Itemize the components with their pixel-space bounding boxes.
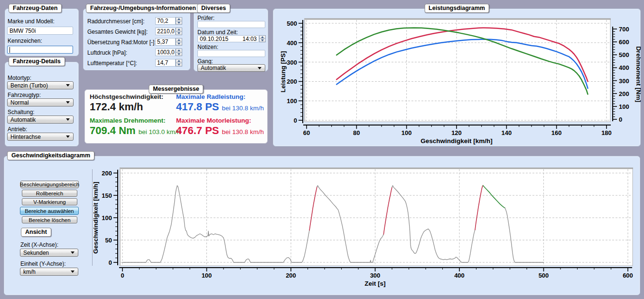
svg-text:400: 400 <box>619 64 629 71</box>
luftdruck-input[interactable]: 1003,0 <box>155 48 176 56</box>
schaltung-label: Schaltung: <box>8 109 35 116</box>
spin-up-icon[interactable] <box>259 35 266 39</box>
marke-label: Marke und Modell: <box>8 18 55 25</box>
result-value: 476.7 PS <box>176 125 219 137</box>
svg-text:0: 0 <box>121 272 124 279</box>
ansicht-caption: Ansicht <box>21 228 51 237</box>
panel-fahrzeug-daten: Fahrzeug-Daten Marke und Modell: BMW 750… <box>5 9 79 56</box>
uebersetzung-input[interactable]: 5,37 <box>155 38 176 46</box>
svg-text:Drehmoment [Nm]: Drehmoment [Nm] <box>635 46 641 102</box>
lufttemperatur-value: 14,7 <box>157 59 168 66</box>
svg-text:600: 600 <box>623 272 633 279</box>
result-value: 709.4 Nm <box>90 125 136 137</box>
motortyp-value: Benzin (Turbo) <box>10 82 48 89</box>
svg-text:180: 180 <box>601 129 612 136</box>
chevron-down-icon <box>66 101 70 104</box>
result-value: 417.8 PS <box>176 101 219 113</box>
svg-text:100: 100 <box>287 97 297 105</box>
raddurchmesser-input[interactable]: 70,2 <box>155 17 176 25</box>
spin-up-icon[interactable] <box>176 38 182 42</box>
luftdruck-label: Luftdruck [hPa]: <box>87 49 127 56</box>
spin-down-icon[interactable] <box>176 32 182 36</box>
svg-text:200: 200 <box>619 90 629 97</box>
svg-text:400: 400 <box>454 272 465 279</box>
panel-caption: Fahrzeug-/Umgebungs-Informationen <box>86 4 200 13</box>
geschwindigkeitsdiagramm-chart[interactable]: 0501001502000100200300400500600Zeit [s]G… <box>4 156 641 296</box>
motortyp-select[interactable]: Benzin (Turbo) <box>7 81 74 89</box>
svg-text:Geschwindigkeit [km/h]: Geschwindigkeit [km/h] <box>420 137 493 145</box>
raddurchmesser-label: Raddurchmesser [cm]: <box>87 18 145 25</box>
lufttemperatur-input[interactable]: 14,7 <box>155 59 176 67</box>
fahrzeugtyp-select[interactable]: Normal <box>7 98 74 106</box>
svg-text:100: 100 <box>619 103 629 110</box>
spin-down-icon[interactable] <box>259 39 266 42</box>
svg-text:200: 200 <box>102 170 112 177</box>
chevron-down-icon <box>66 84 70 87</box>
panel-caption: Fahrzeug-Details <box>9 57 65 66</box>
datum-zeit-input[interactable]: 09.10.2015 14:03 <box>197 35 259 42</box>
spin-down-icon[interactable] <box>176 53 182 57</box>
spin-up-icon[interactable] <box>176 17 182 21</box>
panel-caption: Geschwindigkeitsdiagramm <box>7 151 94 160</box>
bereiche-loeschen-button[interactable]: Bereiche löschen <box>22 216 77 223</box>
text-caret <box>9 47 10 53</box>
svg-text:500: 500 <box>619 51 629 58</box>
svg-text:100: 100 <box>102 214 112 222</box>
result-label: Maximale Radleistung: <box>176 93 264 100</box>
spin-down-icon[interactable] <box>176 42 182 46</box>
fahrzeugtyp-value: Normal <box>10 99 29 106</box>
notizen-input[interactable] <box>197 50 265 57</box>
schaltung-select[interactable]: Automatik <box>7 116 74 124</box>
spin-down-icon[interactable] <box>176 63 182 67</box>
zeit-achse-select[interactable]: Sekunden <box>20 249 78 257</box>
result-radleistung: Maximale Radleistung: 417.8 PS bei 130.8… <box>176 93 264 113</box>
antrieb-select[interactable]: Hinterachse <box>7 133 74 141</box>
panel-messergebnisse: Messergebnisse Höchstgeschwindigkeit: 17… <box>84 89 268 144</box>
kennzeichen-label: Kennzeichen: <box>8 38 42 44</box>
einheit-achse-select[interactable]: km/h <box>20 268 78 276</box>
zeit-achse-value: Sekunden <box>23 250 49 256</box>
raddurchmesser-stepper[interactable] <box>176 17 182 25</box>
svg-text:0: 0 <box>109 259 112 266</box>
kennzeichen-input[interactable] <box>7 46 73 54</box>
raddurchmesser-value: 70,2 <box>157 18 168 24</box>
leistungsdiagramm-chart: 0100200300400500608010012014016018001002… <box>273 9 641 147</box>
spin-down-icon[interactable] <box>176 21 182 25</box>
panel-umgebungs-informationen: Fahrzeug-/Umgebungs-Informationen Raddur… <box>83 9 190 70</box>
beschleunigungsbereich-button[interactable]: Beschleunigungsbereich <box>20 181 79 188</box>
chevron-down-icon <box>71 251 75 254</box>
gang-value: Automatik <box>201 65 226 71</box>
chevron-down-icon <box>71 270 75 273</box>
motortyp-label: Motortyp: <box>8 75 31 81</box>
svg-text:100: 100 <box>202 272 212 279</box>
gewicht-stepper[interactable] <box>176 28 182 35</box>
spin-up-icon[interactable] <box>176 48 182 53</box>
uebersetzung-value: 5,37 <box>157 39 168 45</box>
splitter[interactable] <box>92 169 93 266</box>
rollbereich-button[interactable]: Rollbereich <box>22 190 77 197</box>
svg-text:600: 600 <box>619 39 629 46</box>
chevron-down-icon <box>258 67 261 69</box>
result-label: Höchstgeschwindigkeit: <box>90 93 163 100</box>
panel-caption: Diverses <box>197 4 230 13</box>
gang-select[interactable]: Automatik <box>197 64 265 72</box>
v-markierung-button[interactable]: V-Markierung <box>22 198 77 205</box>
svg-text:Geschwindigkeit [km/h]: Geschwindigkeit [km/h] <box>92 182 99 254</box>
svg-text:140: 140 <box>501 129 512 136</box>
zeit-achse-label: Zeit (X-Achse): <box>20 241 58 248</box>
svg-text:200: 200 <box>287 78 297 85</box>
bereiche-auswaehlen-button[interactable]: Bereiche auswählen <box>20 207 79 215</box>
lufttemperatur-stepper[interactable] <box>176 59 182 67</box>
chevron-down-icon <box>66 135 70 138</box>
gewicht-input[interactable]: 2210,0 <box>155 28 176 35</box>
uebersetzung-stepper[interactable] <box>176 38 182 46</box>
datum-zeit-stepper[interactable] <box>259 35 266 42</box>
gewicht-label: Gesamtes Gewicht [kg]: <box>87 29 148 35</box>
pruefer-input[interactable] <box>197 21 265 28</box>
luftdruck-stepper[interactable] <box>176 48 182 56</box>
marke-input[interactable]: BMW 750i <box>7 27 73 35</box>
panel-geschwindigkeitsdiagramm: Geschwindigkeitsdiagramm 050100150200010… <box>4 156 640 295</box>
spin-up-icon[interactable] <box>176 59 182 63</box>
spin-up-icon[interactable] <box>176 28 182 32</box>
antrieb-label: Antrieb: <box>8 126 27 133</box>
